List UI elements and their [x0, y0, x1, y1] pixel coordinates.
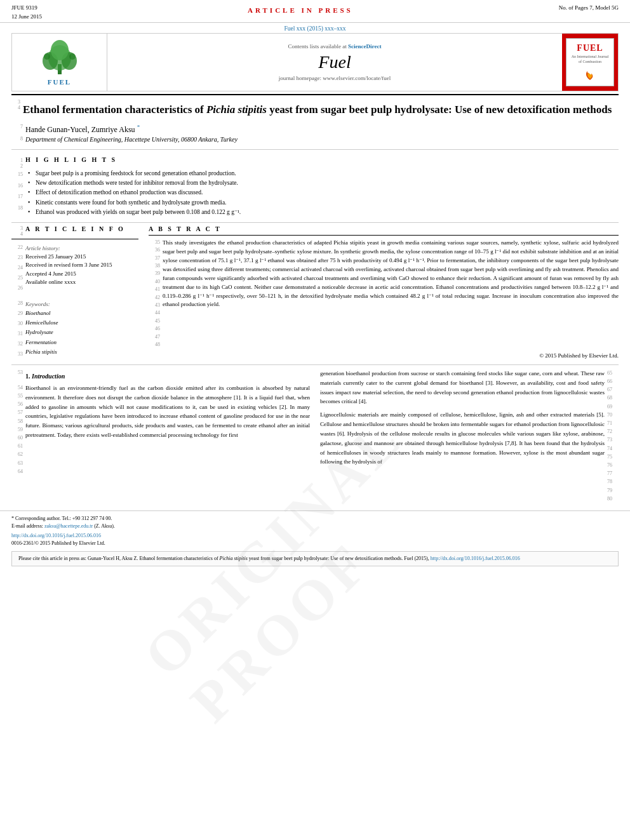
abstract-text-row: 3536373839404142434445464748 This study … — [149, 239, 619, 349]
author-email-link[interactable]: zaksu@hacettepe.edu.tr — [44, 523, 93, 529]
fuel-cover-inner: FUEL An International Journalof Combusti… — [566, 38, 614, 86]
fuel-cover-block: FUEL An International Journalof Combusti… — [562, 34, 618, 91]
elsevier-logo-block: FUEL — [12, 34, 107, 91]
highlights-items: Sugar beet pulp is a promising feedstock… — [28, 169, 241, 217]
line-nums-info: 2223242526 — [11, 243, 23, 293]
highlight-item-5: Ethanol was produced with yields on suga… — [28, 208, 241, 217]
fuel-cover-subtitle: An International Journalof Combustion — [572, 55, 609, 65]
abstract-body: This study investigates the ethanol prod… — [163, 239, 619, 349]
keyword-2: Hemicellulose — [25, 318, 58, 328]
highlight-item-4: Kinetic constants were found for both sy… — [28, 198, 241, 208]
body-text-section: 53 1. Introduction 545556575859606162636… — [11, 369, 619, 503]
line-nums-highlights: 15161718 — [11, 169, 23, 220]
journal-homepage-text: journal homepage: www.elsevier.com/locat… — [279, 75, 391, 81]
article-info-col: 34 A R T I C L E I N F O 2223242526 Arti… — [11, 225, 138, 359]
highlights-list-row: 15161718 Sugar beet pulp is a promising … — [11, 169, 619, 220]
author-affiliation: Department of Chemical Engineering, Hace… — [25, 136, 238, 143]
line-nums-right-body: 65666768697071727374757677787980 — [607, 369, 619, 503]
article-info-heading: A R T I C L E I N F O — [25, 225, 125, 234]
body-right-para-2: Lignocellulosic materials are mainly com… — [320, 410, 605, 467]
article-history-row: 2223242526 Article history: Received 25 … — [11, 243, 138, 293]
line-nums-keywords: 282930313233 — [11, 298, 23, 359]
affiliation-divider — [11, 149, 619, 150]
author-names: Hande Gunan-Yucel, Zumriye Aksu * — [25, 124, 140, 135]
svg-point-5 — [44, 53, 50, 60]
authors-row: 7 Hande Gunan-Yucel, Zumriye Aksu * — [11, 124, 619, 136]
line-nums-abstract: 3536373839404142434445464748 — [149, 239, 160, 349]
history-subheading: Article history: — [25, 245, 112, 251]
highlights-divider — [11, 222, 619, 223]
journal-issue-link[interactable]: Fuel xxx (2015) xxx–xxx — [285, 25, 346, 32]
flame-icon — [584, 66, 596, 81]
abstract-top-divider — [149, 235, 619, 236]
svg-point-6 — [69, 53, 76, 60]
highlight-item-3: Effect of detoxification method on ethan… — [28, 188, 241, 197]
sciencedirect-link[interactable]: ScienceDirect — [348, 43, 381, 50]
available-online: Available online xxxx — [25, 278, 112, 287]
page-info: No. of Pages 7, Model 5G — [559, 4, 619, 13]
received-date: Received 25 January 2015 — [25, 253, 112, 262]
line-num-3: 34 — [11, 98, 20, 110]
spacer — [11, 293, 138, 298]
footnote-author: * Corresponding author. Tel.: +90 312 29… — [11, 515, 619, 530]
article-history-block: Article history: Received 25 January 201… — [25, 243, 112, 293]
body-right-col: generation bioethanol production from su… — [320, 369, 619, 503]
abstract-heading: A B S T R A C T — [149, 225, 619, 232]
article-in-press-stamp: ARTICLE IN PRESS — [248, 6, 353, 14]
accepted-date: Accepted 4 June 2015 — [25, 270, 112, 279]
highlight-item-2: New detoxification methods were tested f… — [28, 178, 241, 188]
main-content-wrapper: ORIGINAL PROOF 34 Ethanol fermentation c… — [0, 98, 630, 503]
elsevier-brand-text: FUEL — [48, 78, 71, 86]
article-info-label-row: 34 A R T I C L E I N F O — [11, 225, 138, 237]
title-with-linenum: 34 Ethanol fermentation characteristics … — [11, 98, 619, 121]
abstract-col: A B S T R A C T 353637383940414243444546… — [149, 225, 619, 359]
body-right-paragraphs: generation bioethanol production from su… — [320, 369, 605, 503]
line-num-53: 53 — [11, 369, 23, 383]
journal-title-block: Contents lists available at ScienceDirec… — [107, 34, 562, 91]
keywords-subheading: Keywords: — [25, 301, 58, 307]
keyword-4: Fermentation — [25, 338, 58, 347]
journal-header-banner: FUEL Contents lists available at Science… — [11, 33, 619, 91]
page-header: JFUE 9319 12 June 2015 ARTICLE IN PRESS … — [0, 0, 630, 23]
line-num-20: 34 — [11, 225, 23, 237]
doi-line: http://dx.doi.org/10.1016/j.fuel.2015.06… — [11, 532, 619, 547]
line-num-8: 8 — [11, 136, 23, 147]
highlight-item-1: Sugar beet pulp is a promising feedstock… — [28, 169, 241, 178]
keywords-row: 282930313233 Keywords: Bioethanol Hemice… — [11, 298, 138, 359]
info-abstract-section: 34 A R T I C L E I N F O 2223242526 Arti… — [11, 225, 619, 359]
body-left-paragraph: Bioethanol is an environment-friendly fu… — [25, 383, 310, 472]
keyword-5: Pichia stipitis — [25, 347, 58, 357]
doi-link[interactable]: http://dx.doi.org/10.1016/j.fuel.2015.06… — [11, 533, 101, 538]
body-left-col: 53 1. Introduction 545556575859606162636… — [11, 369, 310, 503]
page-footer: * Corresponding author. Tel.: +90 312 29… — [0, 510, 630, 570]
body-start-divider — [11, 364, 619, 365]
fuel-cover-title: FUEL — [577, 43, 603, 53]
article-main-title: Ethanol fermentation characteristics of … — [23, 103, 612, 117]
section-heading-row: 53 1. Introduction — [11, 369, 310, 383]
author-asterisk: * — [137, 124, 140, 130]
keywords-list: Bioethanol Hemicellulose Hydrolysate Fer… — [25, 309, 58, 357]
body-right-para-1: generation bioethanol production from su… — [320, 369, 605, 406]
line-num-11: 12 — [11, 157, 23, 169]
keyword-3: Hydrolysate — [25, 328, 58, 337]
contents-available-label: Contents lists available at ScienceDirec… — [288, 43, 382, 50]
main-divider — [11, 94, 619, 95]
section-1-heading: 1. Introduction — [25, 371, 65, 382]
journal-name-display: Fuel — [318, 52, 351, 72]
journal-id-block: JFUE 9319 12 June 2015 — [11, 4, 42, 21]
keywords-block: Keywords: Bioethanol Hemicellulose Hydro… — [25, 298, 58, 359]
line-nums-left-body: 5455565758596061626364 — [11, 383, 23, 476]
body-left-para-row: 5455565758596061626364 Bioethanol is an … — [11, 383, 310, 476]
journal-citation-line: Fuel xxx (2015) xxx–xxx — [0, 23, 630, 33]
copyright-notice: © 2015 Published by Elsevier Ltd. — [149, 352, 619, 359]
affiliation-row: 8 Department of Chemical Engineering, Ha… — [11, 136, 619, 147]
journal-id: JFUE 9319 — [11, 4, 42, 13]
citation-box: Please cite this article in press as: Gu… — [11, 551, 619, 566]
keyword-1: Bioethanol — [25, 309, 58, 318]
svg-point-4 — [51, 40, 69, 60]
highlights-label: H I G H L I G H T S — [25, 156, 117, 163]
journal-date: 12 June 2015 — [11, 13, 42, 22]
info-top-divider — [11, 239, 138, 239]
highlights-header-row: 12 H I G H L I G H T S — [11, 152, 619, 169]
citation-doi-link[interactable]: http://dx.doi.org/10.1016/j.fuel.2015.06… — [431, 556, 520, 561]
